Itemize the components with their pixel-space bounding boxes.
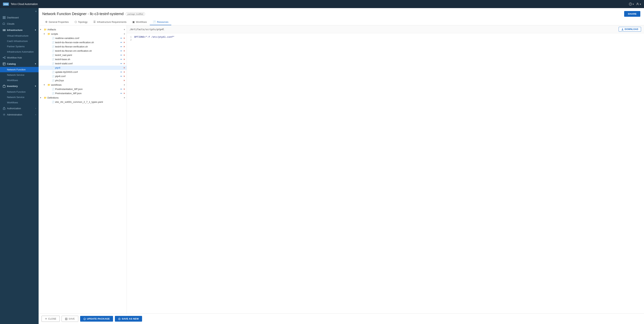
sidebar-item-label: Authorization	[7, 107, 21, 110]
clouds-icon	[2, 22, 6, 25]
file-icon: 📄	[52, 41, 54, 44]
edit-icon[interactable]: ✏	[120, 58, 122, 61]
tree-file-ptp4l-conf[interactable]: ▾ 📄 ptp4l.conf ✏ ✕	[38, 74, 127, 78]
file-icon: 📄	[52, 46, 54, 48]
delete-icon[interactable]: ✕	[123, 58, 125, 61]
tree-file-testnf-stalld[interactable]: ▾ 📄 testnf-stalld.conf ✏ ✕	[38, 61, 127, 66]
add-script-icon[interactable]: +	[124, 32, 125, 35]
delete-icon[interactable]: ✕	[123, 79, 125, 82]
share-button[interactable]: SHARE	[624, 11, 640, 17]
sidebar-subitem-infra-automation[interactable]: Infrastructure Automation	[0, 49, 38, 55]
sidebar-item-authorization[interactable]: Authorization ›	[0, 105, 38, 111]
sidebar-item-administration[interactable]: Administration ›	[0, 111, 38, 118]
inventory-icon	[2, 85, 6, 88]
sidebar-subitem-inventory-nf[interactable]: Network Function	[0, 89, 38, 95]
edit-icon[interactable]: ✏	[120, 41, 122, 44]
tree-file-etsi-types[interactable]: ▾ 📄 etsi_nfv_sol001_common_2_7_1_types.y…	[38, 100, 127, 104]
tree-file-postinstantiation[interactable]: ▾ 📄 PostInstantiation_WF.json ✏ ✕	[38, 87, 127, 91]
tree-file-preinstantiation[interactable]: ▾ 📄 PreInstantiation_WF.json ✏ ✕	[38, 91, 127, 95]
svg-point-12	[4, 57, 5, 57]
line-number: 2	[127, 39, 134, 41]
tree-file-testnf-du-flexran-node[interactable]: ▾ 📄 testnf-du-flexran-node-verification.…	[38, 40, 127, 45]
folder-icon: 📁	[44, 96, 47, 99]
delete-icon[interactable]: ✕	[123, 88, 125, 91]
svg-rect-24	[66, 319, 67, 320]
tree-file-testnf-base[interactable]: ▾ 📄 testnf-base.sh ✏ ✕	[38, 57, 127, 61]
sidebar: « Dashboard Clouds Infrastructure ▾ Virt…	[0, 8, 38, 324]
download-icon	[622, 28, 624, 31]
sidebar-subitem-catalog-wf[interactable]: Workflows	[0, 78, 38, 83]
app-body: « Dashboard Clouds Infrastructure ▾ Virt…	[0, 8, 644, 324]
delete-icon[interactable]: ✕	[123, 54, 125, 57]
edit-icon[interactable]: ✏	[120, 62, 122, 65]
sidebar-subitem-catalog-ns[interactable]: Network Service	[0, 72, 38, 78]
edit-icon[interactable]: ✏	[120, 46, 122, 48]
update-package-button[interactable]: UPDATE PACKAGE	[80, 316, 113, 321]
sidebar-subitem-partner-systems[interactable]: Partner Systems	[0, 44, 38, 49]
sidebar-item-dashboard[interactable]: Dashboard	[0, 14, 38, 21]
sidebar-item-label: Administration	[7, 113, 22, 116]
add-artifact-icon[interactable]: +	[124, 28, 125, 31]
delete-icon[interactable]: ✕	[123, 67, 125, 69]
delete-icon[interactable]: ✕	[123, 62, 125, 65]
chevron-down-icon: ▾	[35, 85, 36, 87]
save-as-new-button[interactable]: SAVE AS NEW	[115, 316, 142, 321]
edit-icon[interactable]: ✏	[120, 54, 122, 57]
delete-icon[interactable]: ✕	[123, 41, 125, 44]
sidebar-subitem-inventory-ns[interactable]: Network Service	[0, 95, 38, 100]
tree-artifacts-root[interactable]: ▾ 📁 Artifacts +	[38, 27, 127, 32]
tab-topology[interactable]: ⬡ Topology	[72, 19, 90, 25]
tree-definitions-root[interactable]: ▾ 📁 Definitions +	[38, 95, 127, 100]
sidebar-item-inventory[interactable]: Inventory ▾	[0, 83, 38, 89]
add-workflow-icon[interactable]: +	[124, 83, 125, 86]
authorization-icon	[2, 107, 6, 110]
tree-file-update-ttygnss[interactable]: ▾ 📄 update-ttyGNSS.conf ✏ ✕	[38, 70, 127, 74]
edit-icon[interactable]: ✏	[120, 37, 122, 40]
tree-file-testnf-du-flexran-vm[interactable]: ▾ 📄 testnf-du-flexran-vm-verification.sh…	[38, 49, 127, 53]
edit-icon[interactable]: ✏	[120, 92, 122, 95]
tab-workflows[interactable]: ▣ Workflows	[130, 19, 150, 25]
tab-general[interactable]: ⚙ General Properties	[42, 19, 72, 25]
delete-icon[interactable]: ✕	[123, 92, 125, 95]
sidebar-subitem-inventory-wf[interactable]: Workflows	[0, 100, 38, 105]
tree-workflows-folder[interactable]: ▾ 📁 workflows +	[38, 83, 127, 87]
main-content: Network Function Designer - llc-c3-testn…	[38, 8, 644, 324]
svg-rect-19	[3, 86, 5, 87]
sidebar-item-workflow-hub[interactable]: Workflow Hub	[0, 55, 38, 61]
tree-file-testnf-nad[interactable]: ▾ 📄 testnf_nad.yaml ✏ ✕	[38, 53, 127, 57]
tab-infrastructure[interactable]: ☰ Infrastructure Requirements	[90, 19, 130, 25]
edit-icon[interactable]: ✏	[120, 88, 122, 91]
save-button[interactable]: SAVE	[62, 316, 78, 322]
sidebar-item-clouds[interactable]: Clouds	[0, 21, 38, 27]
file-viewer: /Artifacts/scripts/ptp4l DOWNLOAD 1 OPTI…	[127, 25, 644, 313]
close-button[interactable]: ✕ CLOSE	[42, 316, 60, 322]
bottom-bar: ✕ CLOSE SAVE UPDATE PACKAGE SAVE AS NEW	[38, 313, 644, 324]
sidebar-subitem-caas-infra[interactable]: CaaS Infrastructure	[0, 39, 38, 44]
download-button[interactable]: DOWNLOAD	[619, 27, 641, 32]
tree-file-phc2sys[interactable]: ▾ 📄 phc2sys ✕	[38, 78, 127, 83]
tree-file-testnf-du-flexran-verification[interactable]: ▾ 📄 testnf-du-flexran-verification.sh ✏ …	[38, 45, 127, 49]
delete-icon[interactable]: ✕	[123, 50, 125, 52]
tree-file-ptp4l[interactable]: ▾ 📄 ptp4l ✕	[38, 66, 127, 70]
sidebar-subitem-virtual-infra[interactable]: Virtual Infrastructure	[0, 33, 38, 39]
sidebar-item-label: Workflow Hub	[7, 56, 22, 59]
sidebar-item-infrastructure[interactable]: Infrastructure ▾	[0, 27, 38, 33]
delete-icon[interactable]: ✕	[123, 75, 125, 78]
tree-file-realtime-variables[interactable]: ▾ 📄 realtime-variables.conf ✏ ✕	[38, 36, 127, 40]
edit-icon[interactable]: ✏	[120, 71, 122, 73]
sidebar-subitem-catalog-nf[interactable]: Network Function	[0, 67, 38, 72]
delete-icon[interactable]: ✕	[123, 71, 125, 73]
sidebar-item-label: Infrastructure	[7, 29, 22, 32]
delete-icon[interactable]: ✕	[123, 37, 125, 40]
file-icon: 📄	[52, 88, 54, 91]
edit-icon[interactable]: ✏	[120, 75, 122, 78]
delete-icon[interactable]: ✕	[123, 46, 125, 48]
tree-scripts-folder[interactable]: ▾ 📁 scripts +	[38, 32, 127, 36]
edit-icon[interactable]: ✏	[120, 50, 122, 52]
sidebar-collapse-button[interactable]: «	[0, 8, 38, 14]
help-button[interactable]: ? ▾	[629, 3, 634, 6]
user-menu[interactable]: ▾	[636, 3, 641, 6]
sidebar-item-catalog[interactable]: Catalog ▾	[0, 61, 38, 67]
add-definition-icon[interactable]: +	[124, 96, 125, 99]
tab-resources[interactable]: 📄 Resources	[150, 19, 171, 25]
